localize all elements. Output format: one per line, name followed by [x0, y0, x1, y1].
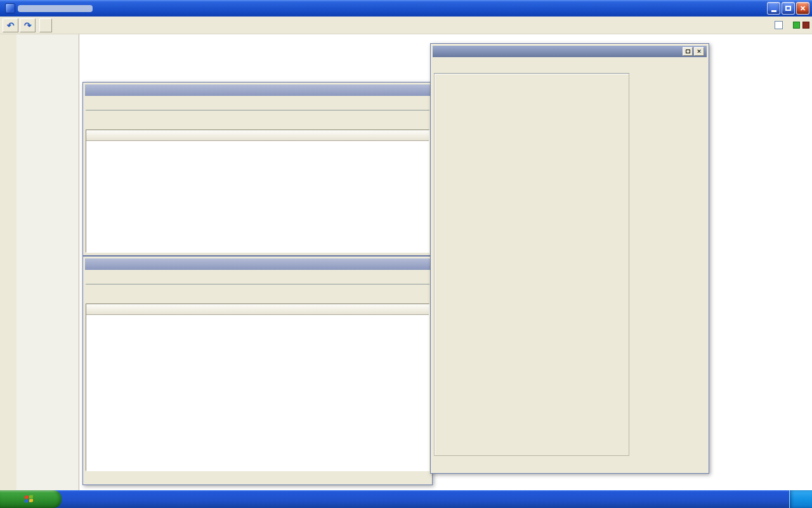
interface-list-toolbar — [86, 286, 429, 302]
hide-passwords-checkbox[interactable] — [775, 21, 783, 29]
safe-mode-button[interactable] — [39, 18, 52, 32]
dialog-button-column — [634, 44, 706, 454]
redo-button[interactable]: ↷ — [20, 18, 36, 32]
close-button[interactable]: ✕ — [796, 2, 809, 15]
taskbar-items — [62, 490, 789, 508]
connection-indicator-green — [793, 22, 800, 29]
table-header — [86, 130, 429, 141]
winbox-app-icon — [5, 3, 15, 13]
windows-flag-icon — [25, 495, 34, 504]
connection-indicator-dark — [802, 22, 809, 29]
window-titlebar: ✕ — [0, 0, 812, 17]
maximize-button[interactable] — [782, 2, 795, 15]
system-tray — [789, 490, 812, 508]
redacted-connection-info — [18, 5, 93, 12]
table-header — [86, 304, 429, 315]
wireless-tables-window — [82, 82, 433, 256]
status-fields — [435, 74, 629, 81]
start-button[interactable] — [0, 490, 62, 508]
sidebar-menu — [16, 34, 79, 490]
winbox-app: ✕ ↶ ↷ — [0, 0, 812, 508]
interface-list-tabs — [86, 271, 429, 284]
minimize-button[interactable] — [767, 2, 780, 15]
wireless-tables-titlebar[interactable] — [85, 84, 430, 96]
interface-list-window — [82, 256, 433, 485]
brand-strip — [0, 34, 16, 490]
taskbar — [0, 490, 812, 508]
undo-button[interactable]: ↶ — [3, 18, 18, 32]
wireless-tables-tabs — [86, 97, 429, 110]
status-tab-panel — [434, 73, 629, 456]
interface-list-titlebar[interactable] — [85, 258, 430, 270]
wireless-tables-toolbar — [86, 112, 429, 128]
main-toolbar: ↶ ↷ — [0, 17, 812, 34]
wireless-interfaces-table — [86, 130, 429, 253]
dialog-status-bar — [433, 458, 706, 470]
interface-wlan1-dialog: ✕ — [430, 43, 709, 474]
interface-table — [86, 304, 429, 471]
dialog-tabs — [434, 60, 629, 74]
